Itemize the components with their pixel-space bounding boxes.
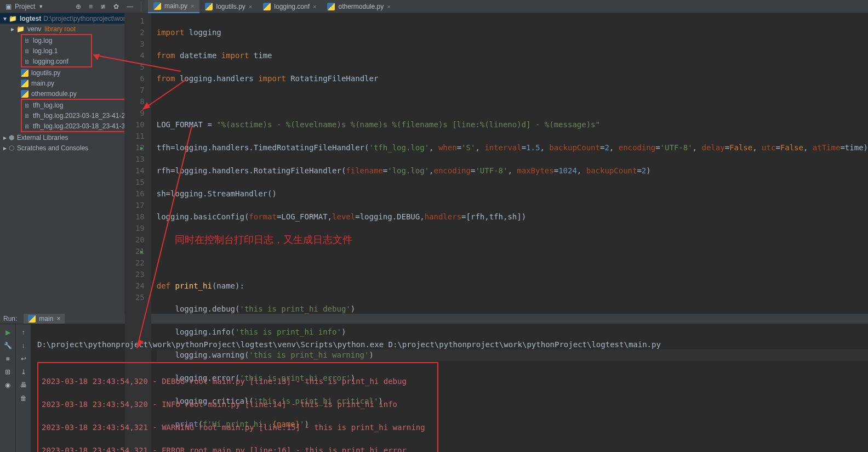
tab-label: logging.conf: [274, 3, 310, 10]
close-icon[interactable]: ×: [387, 3, 390, 10]
file-icon: 🗎: [24, 102, 30, 109]
tree-root-name: logtest: [20, 15, 41, 22]
python-file-icon: [153, 2, 161, 10]
python-file-icon: [21, 90, 28, 98]
python-file-icon: [21, 80, 28, 87]
tree-venv-label: venv: [27, 25, 41, 33]
hide-icon[interactable]: —: [127, 3, 133, 10]
tree-root-path: D:\project\pythonproject\work\: [43, 15, 124, 22]
run-tab-main[interactable]: main ×: [24, 314, 65, 324]
run-gutter-icon[interactable]: ▶: [140, 246, 144, 257]
project-tree: ▾ 📁 logtest D:\project\pythonproject\wor…: [0, 13, 125, 314]
annotation-box-log-files: 🗎log.log 🗎log.log.1 🗎logging.conf: [21, 34, 92, 67]
editor-tabs: main.py × logutils.py × logging.conf × o…: [148, 0, 868, 13]
python-file-icon: [263, 3, 271, 10]
annotation-box-console: 2023-03-18 23:43:54,320 - DEBUG root mai…: [37, 362, 438, 452]
python-file-icon: [205, 3, 213, 10]
tree-venv[interactable]: ▸ 📁 venv library root: [0, 24, 124, 34]
project-icon: ▣: [5, 3, 12, 10]
clear-icon[interactable]: 🗑: [20, 394, 27, 402]
tree-file-logutils[interactable]: logutils.py: [0, 67, 124, 78]
run-gutter-icon[interactable]: ▶: [140, 142, 144, 154]
tree-file-othermodule[interactable]: othermodule.py: [0, 88, 124, 99]
tree-scratches[interactable]: ▸ ⬡ Scratches and Consoles: [0, 143, 124, 153]
annotation-text: 同时在控制台打印日志，又生成日志文件: [175, 234, 352, 245]
gear-icon[interactable]: ✿: [113, 3, 119, 10]
print-icon[interactable]: 🖶: [20, 381, 27, 389]
file-icon: 🗎: [24, 37, 30, 44]
tab-othermodule-py[interactable]: othermodule.py ×: [322, 0, 396, 13]
separator: [141, 2, 141, 12]
tree-file-tfh-log-1[interactable]: 🗎tfh_log.log.2023-03-18_23-41-27: [22, 110, 125, 121]
chevron-down-icon: ▼: [38, 4, 43, 9]
close-icon[interactable]: ×: [191, 3, 194, 9]
layout-icon[interactable]: ⊞: [5, 368, 10, 376]
down-icon[interactable]: ↓: [22, 342, 25, 349]
file-icon: 🗎: [24, 48, 30, 54]
tab-label: logutils.py: [216, 3, 245, 10]
wrench-icon[interactable]: 🔧: [4, 342, 12, 349]
collapse-icon[interactable]: ≢: [100, 3, 106, 10]
folder-icon: 📁: [16, 25, 25, 33]
chevron-right-icon: ▸: [3, 144, 7, 152]
tree-file-log-log[interactable]: 🗎log.log: [22, 35, 91, 46]
tab-main-py[interactable]: main.py ×: [148, 0, 199, 13]
folder-icon: 📁: [9, 15, 17, 22]
console-toolbar: ↑ ↓ ↩ ⤓ 🖶 🗑: [15, 324, 31, 452]
stop-icon[interactable]: ■: [5, 355, 9, 363]
close-icon[interactable]: ×: [56, 315, 60, 323]
close-icon[interactable]: ×: [313, 3, 316, 10]
tab-logutils-py[interactable]: logutils.py ×: [199, 0, 258, 13]
tree-file-logging-conf[interactable]: 🗎logging.conf: [22, 56, 91, 66]
library-root-hint: library root: [44, 25, 76, 33]
run-label: Run:: [3, 315, 17, 323]
expand-icon[interactable]: ≡: [89, 3, 93, 10]
project-label: Project: [15, 3, 35, 10]
chevron-right-icon: ▸: [3, 134, 7, 142]
python-file-icon: [327, 3, 335, 10]
tree-file-tfh-log-2[interactable]: 🗎tfh_log.log.2023-03-18_23-41-31: [22, 121, 125, 131]
file-icon: 🗎: [24, 112, 30, 119]
soft-wrap-icon[interactable]: ↩: [21, 355, 26, 363]
pin-icon[interactable]: ◉: [5, 381, 10, 389]
python-file-icon: [21, 69, 28, 77]
tab-logging-conf[interactable]: logging.conf ×: [258, 0, 322, 13]
tree-file-tfh-log[interactable]: 🗎tfh_log.log: [22, 100, 125, 110]
file-icon: 🗎: [24, 123, 30, 129]
tab-label: main.py: [164, 2, 187, 10]
scroll-to-end-icon[interactable]: ⤓: [21, 368, 26, 376]
chevron-down-icon: ▾: [3, 15, 7, 22]
tree-external-libraries[interactable]: ▸ ⬢ External Libraries: [0, 132, 124, 143]
console-output[interactable]: D:\project\pythonproject\work\pythonProj…: [31, 324, 868, 452]
close-icon[interactable]: ×: [249, 3, 252, 10]
up-icon[interactable]: ↑: [22, 329, 25, 336]
file-icon: 🗎: [24, 58, 30, 65]
code-editor[interactable]: 1 2 3 4 5 6 7 8 9 10 11 12▶ 13 14 15 16 …: [125, 13, 868, 314]
tab-label: othermodule.py: [338, 3, 384, 10]
run-toolbar: ▶ 🔧 ■ ⊞ ◉: [0, 324, 15, 452]
library-icon: ⬢: [9, 134, 14, 142]
project-tool-window-header[interactable]: ▣ Project ▼: [0, 3, 71, 10]
annotation-box-tfh-files: 🗎tfh_log.log 🗎tfh_log.log.2023-03-18_23-…: [21, 99, 125, 132]
scratches-icon: ⬡: [9, 144, 14, 152]
tree-file-main[interactable]: main.py: [0, 78, 124, 88]
tree-root[interactable]: ▾ 📁 logtest D:\project\pythonproject\wor…: [0, 13, 124, 24]
tree-file-log-log-1[interactable]: 🗎log.log.1: [22, 46, 91, 56]
target-icon[interactable]: ⊕: [76, 3, 81, 10]
rerun-icon[interactable]: ▶: [5, 329, 10, 336]
chevron-right-icon: ▸: [11, 25, 14, 33]
python-file-icon: [28, 315, 36, 323]
